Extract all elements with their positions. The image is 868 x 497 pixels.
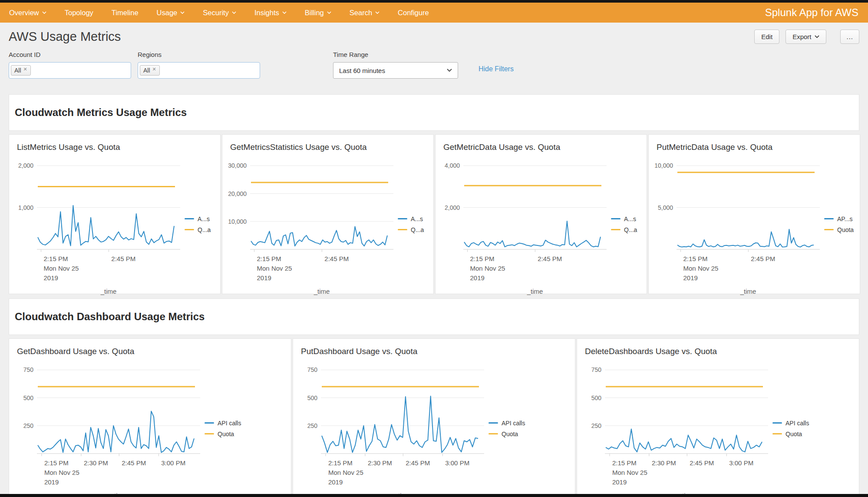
chart-body: 5,00010,0002:15 PMMon Nov 2520192:45 PM_… — [655, 152, 854, 296]
chart-plot[interactable]: 10,00020,00030,0002:15 PMMon Nov 2520192… — [228, 152, 395, 296]
chart-row-metrics: ListMetrics Usage vs. Quota1,0002,0002:1… — [9, 134, 859, 294]
legend-item-api[interactable]: AP...s — [824, 215, 854, 222]
legend-label: API calls — [218, 420, 241, 427]
chevron-down-icon — [180, 11, 185, 14]
chart-plot[interactable]: 2505007502:15 PMMon Nov 2520192:30 PM2:4… — [583, 356, 770, 497]
svg-text:2019: 2019 — [44, 478, 59, 486]
section-cloudwatch-metrics: Cloudwatch Metrics Usage Metrics ListMet… — [9, 94, 859, 294]
svg-text:10,000: 10,000 — [228, 218, 247, 225]
legend-item-api[interactable]: A...s — [185, 215, 214, 222]
chart-body: 2,0004,0002:15 PMMon Nov 2520192:45 PM_t… — [442, 152, 640, 296]
time-range-label: Time Range — [333, 51, 458, 58]
legend-item-api[interactable]: API calls — [772, 420, 819, 427]
more-button[interactable]: ... — [840, 30, 859, 44]
svg-text:500: 500 — [307, 394, 318, 401]
svg-text:Mon Nov 25: Mon Nov 25 — [44, 265, 79, 272]
remove-chip-icon[interactable]: ✕ — [152, 66, 156, 72]
legend-item-quota[interactable]: Quota — [488, 431, 535, 437]
nav-item-billing[interactable]: Billing — [296, 3, 340, 23]
svg-text:3:00 PM: 3:00 PM — [161, 459, 185, 467]
nav-item-configure[interactable]: Configure — [389, 3, 438, 23]
chart-card: ListMetrics Usage vs. Quota1,0002,0002:1… — [9, 134, 221, 294]
chart-body: 1,0002,0002:15 PMMon Nov 2520192:45 PM_t… — [15, 152, 214, 296]
export-button[interactable]: Export — [785, 30, 826, 44]
hide-filters-link[interactable]: Hide Filters — [479, 65, 514, 73]
nav-item-usage[interactable]: Usage — [148, 3, 194, 23]
legend-label: A...s — [198, 215, 210, 222]
svg-text:250: 250 — [307, 422, 318, 429]
legend-label: Quota — [837, 226, 854, 233]
legend-item-quota[interactable]: Q...a — [611, 226, 640, 233]
regions-input[interactable]: All ✕ — [138, 62, 260, 79]
svg-text:3:00 PM: 3:00 PM — [445, 459, 469, 467]
splunk-aws-dashboard: OverviewTopologyTimelineUsageSecurityIns… — [0, 0, 868, 497]
account-id-input[interactable]: All ✕ — [9, 62, 131, 79]
chart-legend: A...sQ...a — [611, 215, 640, 233]
legend-item-api[interactable]: API calls — [205, 420, 251, 427]
page-title: AWS Usage Metrics — [9, 30, 121, 44]
account-id-filter: Account ID All ✕ — [9, 51, 131, 79]
legend-item-api[interactable]: API calls — [488, 420, 535, 427]
svg-text:2:30 PM: 2:30 PM — [84, 459, 108, 467]
legend-item-api[interactable]: A...s — [611, 215, 640, 222]
chart-body: 10,00020,00030,0002:15 PMMon Nov 2520192… — [228, 152, 427, 296]
legend-label: API calls — [785, 420, 809, 427]
nav-item-label: Configure — [398, 9, 429, 17]
nav-item-insights[interactable]: Insights — [245, 3, 296, 23]
legend-item-quota[interactable]: Q...a — [398, 226, 427, 233]
legend-swatch-icon — [611, 218, 620, 219]
nav-item-topology[interactable]: Topology — [56, 3, 102, 23]
nav-item-overview[interactable]: Overview — [0, 3, 56, 23]
nav-item-label: Overview — [9, 9, 39, 17]
svg-text:2:30 PM: 2:30 PM — [652, 459, 676, 467]
svg-text:2:15 PM: 2:15 PM — [683, 255, 708, 262]
time-range-dropdown[interactable]: Last 60 minutes — [333, 62, 458, 79]
chart-plot[interactable]: 1,0002,0002:15 PMMon Nov 2520192:45 PM_t… — [15, 152, 182, 296]
chart-legend: API callsQuota — [772, 420, 819, 437]
account-id-chip[interactable]: All ✕ — [11, 65, 31, 76]
svg-text:2:45 PM: 2:45 PM — [122, 459, 146, 467]
regions-chip[interactable]: All ✕ — [140, 65, 160, 76]
svg-text:2:15 PM: 2:15 PM — [44, 459, 69, 467]
window-bottom-edge — [0, 494, 868, 497]
chart-plot[interactable]: 2505007502:15 PMMon Nov 2520192:30 PM2:4… — [299, 356, 486, 497]
svg-text:Mon Nov 25: Mon Nov 25 — [683, 265, 719, 272]
nav-item-timeline[interactable]: Timeline — [102, 3, 148, 23]
nav-item-security[interactable]: Security — [194, 3, 245, 23]
chart-card: PutMetricData Usage vs. Quota5,00010,000… — [648, 134, 860, 294]
legend-label: A...s — [624, 215, 636, 222]
chart-plot[interactable]: 2,0004,0002:15 PMMon Nov 2520192:45 PM_t… — [442, 152, 608, 296]
svg-text:_time: _time — [314, 288, 330, 295]
svg-text:250: 250 — [591, 422, 602, 429]
legend-swatch-icon — [824, 229, 834, 230]
legend-swatch-icon — [398, 229, 407, 230]
remove-chip-icon[interactable]: ✕ — [23, 66, 27, 72]
legend-item-quota[interactable]: Quota — [824, 226, 854, 233]
edit-button[interactable]: Edit — [754, 30, 779, 44]
legend-item-quota[interactable]: Quota — [772, 431, 819, 437]
nav-item-label: Insights — [254, 9, 279, 17]
chart-plot[interactable]: 5,00010,0002:15 PMMon Nov 2520192:45 PM_… — [655, 152, 822, 296]
svg-text:2:15 PM: 2:15 PM — [470, 255, 495, 262]
chart-card: GetDashboard Usage vs. Quota2505007502:1… — [9, 338, 291, 497]
chart-title: PutMetricData Usage vs. Quota — [657, 142, 854, 152]
chart-title: PutDashboard Usage vs. Quota — [301, 347, 569, 356]
legend-item-quota[interactable]: Q...a — [185, 226, 214, 233]
export-label: Export — [792, 33, 811, 40]
chip-label: All — [143, 67, 150, 74]
chart-legend: API callsQuota — [488, 420, 535, 437]
nav-item-search[interactable]: Search — [340, 3, 389, 23]
app-title[interactable]: Splunk App for AWS — [765, 7, 858, 19]
svg-text:2:45 PM: 2:45 PM — [538, 255, 562, 262]
legend-item-api[interactable]: A...s — [398, 215, 427, 222]
account-id-label: Account ID — [9, 51, 131, 58]
chart-card: GetMetricData Usage vs. Quota2,0004,0002… — [435, 134, 647, 294]
legend-item-quota[interactable]: Quota — [205, 431, 251, 437]
nav-item-label: Billing — [305, 9, 324, 17]
regions-label: Regions — [138, 51, 260, 58]
filter-bar: Account ID All ✕ Regions All ✕ Time Rang… — [0, 51, 868, 79]
legend-swatch-icon — [398, 218, 407, 219]
chart-plot[interactable]: 2505007502:15 PMMon Nov 2520192:30 PM2:4… — [15, 356, 202, 497]
chevron-down-icon — [815, 35, 819, 38]
svg-text:750: 750 — [591, 366, 602, 373]
